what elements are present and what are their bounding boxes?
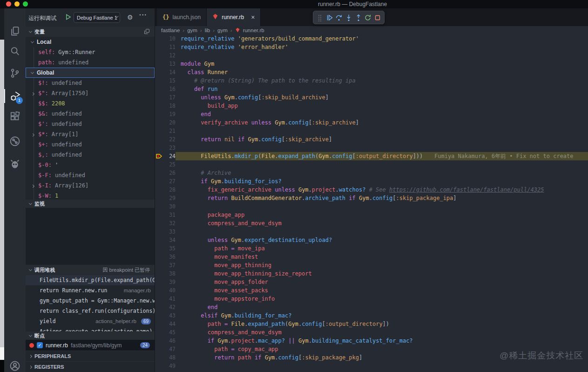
account-icon[interactable] (4, 359, 26, 372)
code-line[interactable]: 10require_relative 'generators/build_com… (155, 34, 588, 43)
code-line[interactable]: 41 move_appstore_info (155, 295, 588, 303)
start-debugging-icon[interactable] (65, 14, 72, 22)
variable-row[interactable]: $':undefined (26, 119, 155, 129)
code-line[interactable]: 31 package_app (155, 211, 588, 219)
variable-row[interactable]: $,:undefined (26, 150, 155, 160)
code-line[interactable]: 36 move_manifest (155, 253, 588, 261)
registers-section-header[interactable]: REGISTERS (26, 361, 155, 372)
breakpoint-gutter[interactable] (155, 135, 163, 144)
breakpoint-gutter[interactable] (155, 110, 163, 118)
variable-row[interactable]: $-W:1 (26, 191, 155, 200)
debugger-extension-icon[interactable] (4, 157, 26, 171)
code-line[interactable]: 46 if Gym.project.mac_app? || Gym.buildi… (155, 337, 588, 345)
variable-row[interactable]: self:Gym::Runner (26, 47, 155, 57)
code-line[interactable]: 12 (155, 51, 588, 60)
breakpoint-gutter[interactable] (155, 244, 163, 253)
breakpoint-gutter[interactable] (155, 76, 163, 85)
breakpoint-checkbox[interactable]: ✓ (37, 342, 43, 348)
breakpoint-gutter[interactable] (155, 328, 163, 337)
variables-section-header[interactable]: 变量 (26, 27, 155, 37)
code-line[interactable]: 37 move_app_thinning (155, 261, 588, 269)
code-line[interactable]: 26 # Archive (155, 169, 588, 177)
breakpoint-gutter[interactable] (155, 345, 163, 353)
code-line[interactable]: 34 unless Gym.export_destination_upload? (155, 236, 588, 244)
breakpoint-gutter[interactable] (155, 186, 163, 194)
code-line[interactable]: 30 (155, 202, 588, 211)
code-line[interactable]: 40 move_asset_packs (155, 286, 588, 295)
breakpoint-gutter[interactable] (155, 311, 163, 320)
search-icon[interactable] (4, 44, 26, 58)
code-line[interactable]: 27 if Gym.building_for_ios? (155, 177, 588, 186)
code-line[interactable]: 24 FileUtils.mkdir_p(File.expand_path(Gy… (155, 152, 588, 160)
breadcrumb-item[interactable]: runner.rb (243, 28, 264, 33)
breakpoint-gutter[interactable] (155, 60, 163, 68)
remote-explorer-icon[interactable] (4, 134, 26, 148)
breakpoint-gutter[interactable] (155, 320, 163, 328)
code-line[interactable]: 23 (155, 144, 588, 152)
breakpoint-row[interactable]: ✓runner.rbfastlane/gym/lib/gym24 (26, 340, 155, 351)
tab-runner.rb[interactable]: runner.rb× (207, 8, 261, 26)
code-line[interactable]: 44 path = File.expand_path(Gym.config[:o… (155, 320, 588, 328)
breakpoint-gutter[interactable] (155, 93, 163, 102)
code-line[interactable]: 17 unless Gym.config[:skip_build_archive… (155, 93, 588, 102)
breakpoint-gutter[interactable] (155, 295, 163, 303)
code-line[interactable]: 25 (155, 160, 588, 169)
breakpoint-gutter[interactable] (155, 278, 163, 286)
breakpoint-gutter[interactable] (155, 337, 163, 345)
breakpoint-gutter[interactable] (155, 144, 163, 152)
variable-row[interactable]: $*:Array[1] (26, 129, 155, 139)
breakpoint-gutter[interactable] (155, 85, 163, 93)
source-control-icon[interactable] (4, 66, 26, 80)
code-line[interactable]: 39 move_apps_folder (155, 278, 588, 286)
breakpoint-gutter[interactable] (155, 362, 163, 370)
code-line[interactable]: 15 # @return (String) The path to the re… (155, 76, 588, 85)
breakpoint-gutter[interactable] (155, 202, 163, 211)
code-line[interactable]: 32 compress_and_move_dsym (155, 219, 588, 227)
more-actions-icon[interactable]: ··· (139, 11, 147, 19)
variable-row[interactable]: $+:undefined (26, 139, 155, 150)
code-line[interactable]: 18 build_app (155, 102, 588, 110)
breakpoint-gutter[interactable] (155, 219, 163, 227)
call-stack-frame[interactable]: return class_ref.run(configurations) (26, 306, 155, 316)
code-line[interactable]: 42 end (155, 303, 588, 311)
breadcrumb-item[interactable]: lib (205, 28, 210, 33)
variable-row[interactable]: $":Array[1750] (26, 88, 155, 98)
variable-row[interactable]: path:undefined (26, 57, 155, 68)
breakpoint-gutter[interactable] (155, 286, 163, 295)
code-line[interactable]: 35 path = move_ipa (155, 244, 588, 253)
breakpoint-gutter[interactable] (155, 68, 163, 76)
explorer-icon[interactable] (4, 24, 26, 38)
restart-button[interactable] (363, 13, 372, 22)
code-line[interactable]: 49 (155, 362, 588, 370)
breakpoint-gutter[interactable] (155, 43, 163, 51)
breadcrumb-item[interactable]: fastlane (161, 28, 180, 33)
code-line[interactable]: 29 return BuildCommandGenerator.archive_… (155, 194, 588, 202)
code-line[interactable]: 13module Gym (155, 60, 588, 68)
zoom-window-button[interactable] (23, 1, 28, 7)
variable-row[interactable]: $-F:undefined (26, 170, 155, 180)
close-window-button[interactable] (6, 1, 11, 7)
step-out-button[interactable] (354, 13, 363, 22)
code-line[interactable]: 21 (155, 127, 588, 135)
variable-scope-local[interactable]: Local (26, 37, 155, 47)
call-stack-section-header[interactable]: 调用堆栈 因 breakpoint 已暂停 (26, 265, 155, 275)
code-line[interactable]: 19 end (155, 110, 588, 118)
variable-row[interactable]: $-I:Array[126] (26, 180, 155, 191)
drag-handle[interactable] (315, 13, 324, 22)
breakpoint-gutter[interactable] (155, 236, 163, 244)
breakpoint-gutter[interactable] (155, 353, 163, 362)
code-line[interactable]: 38 move_app_thinning_size_report (155, 269, 588, 278)
minimize-window-button[interactable] (14, 1, 20, 7)
code-line[interactable]: 14 class Runner (155, 68, 588, 76)
breakpoint-gutter[interactable] (155, 261, 163, 269)
breadcrumb-item[interactable]: gym (217, 28, 228, 33)
code-line[interactable]: 11require_relative 'error_handler' (155, 43, 588, 51)
code-editor[interactable]: 10require_relative 'generators/build_com… (155, 34, 588, 370)
breakpoint-gutter[interactable] (155, 211, 163, 219)
breakpoint-gutter[interactable] (155, 118, 163, 127)
stop-button[interactable] (373, 13, 382, 22)
debug-configuration-dropdown[interactable]: Debug Fastlane 1 (74, 12, 120, 23)
breakpoint-gutter[interactable] (155, 303, 163, 311)
breakpoint-gutter[interactable] (155, 127, 163, 135)
code-line[interactable]: 43 elsif Gym.building_for_mac? (155, 311, 588, 320)
